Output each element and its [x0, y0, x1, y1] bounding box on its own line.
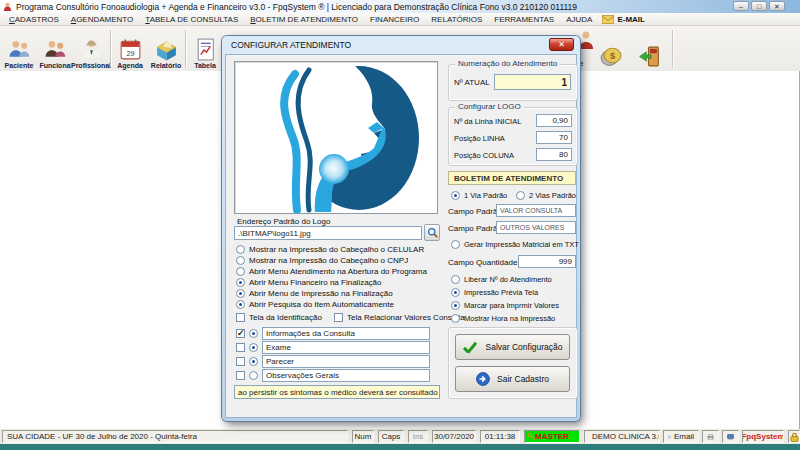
menu-financeiro[interactable]: FINANCEIRO — [364, 15, 425, 24]
logo-preview-panel — [234, 61, 438, 214]
status-computer-panel[interactable] — [722, 430, 739, 443]
status-email-panel[interactable]: Email — [663, 430, 699, 443]
option-celular[interactable]: Mostrar na Impressão do Cabeçalho o CELU… — [236, 245, 424, 254]
envelope-icon — [668, 433, 671, 441]
toolbar-button-financeiro-coin[interactable]: $ — [594, 28, 628, 69]
magnifier-icon — [427, 227, 438, 238]
svg-text:29: 29 — [126, 49, 134, 58]
toolbar-separator — [185, 30, 187, 67]
option-impressao-previa[interactable]: Impressão Prévia Tela — [451, 288, 538, 297]
status-lock-panel — [788, 430, 800, 443]
browse-logo-button[interactable] — [424, 224, 440, 241]
num-atual-field[interactable]: 1 — [494, 74, 571, 90]
menu-ferramentas[interactable]: FERRAMENTAS — [488, 15, 560, 24]
option-label: 2 Vias Padrão — [529, 191, 576, 200]
maximize-button[interactable]: □ — [751, 1, 767, 11]
sair-cadastro-button[interactable]: Sair Cadastro — [455, 366, 570, 392]
option-label: Abrir Menu Atendimento na Abertura do Pr… — [249, 267, 427, 276]
radio-icon — [236, 256, 245, 265]
svg-text:$: $ — [609, 51, 615, 61]
option-menu-impressao[interactable]: Abrir Menu de Impressão na Finalização — [236, 289, 393, 298]
posicao-linha-field[interactable]: 70 — [536, 131, 572, 144]
dialog-titlebar[interactable]: CONFIGURAR ATENDIMENTO — [222, 36, 580, 54]
option-liberar-numero[interactable]: Liberar Nº do Atendimento — [451, 275, 552, 284]
footer-note-field[interactable]: ao persistir os sintomas o médico deverá… — [234, 385, 440, 399]
toolbar-button-agenda[interactable]: 29 Agenda — [113, 28, 147, 69]
green-check-icon — [462, 341, 478, 353]
menu-agendamento[interactable]: AGENDAMENTO — [65, 15, 140, 24]
close-button[interactable]: ✕ — [769, 1, 785, 11]
section-row-informacoes[interactable]: Informações da Consulta — [236, 327, 430, 340]
numeracao-groupbox: Numeração do Atendimento Nº ATUAL 1 — [448, 64, 578, 101]
toolbar-separator — [672, 30, 674, 67]
checkbox-icon — [236, 371, 245, 380]
toolbar-button-funcionaria[interactable]: Funciona — [38, 28, 72, 69]
logo-path-input[interactable]: .\BITMAP\logo11.jpg — [234, 226, 422, 240]
option-pesquisa-item[interactable]: Abrir Pesquisa do Item Automaticamente — [236, 300, 394, 309]
menu-boletim-de-atendimento[interactable]: BOLETIM DE ATENDIMENTO — [244, 15, 364, 24]
section-text-field[interactable]: Exame — [262, 341, 430, 354]
option-label: Abrir Menu Financeiro na Finalização — [249, 278, 382, 287]
section-text-field[interactable]: Informações da Consulta — [262, 327, 430, 340]
option-matricial-txt[interactable]: Gerar Impressão Matricial em TXT — [451, 240, 579, 249]
checkbox-icon — [334, 313, 343, 322]
salvar-configuracao-button[interactable]: Salvar Configuração — [455, 334, 570, 360]
toolbar-label: Agenda — [117, 62, 143, 69]
option-label: 1 Via Padrão — [464, 191, 507, 200]
section-text-field[interactable]: Parecer — [262, 355, 430, 368]
radio-icon — [451, 191, 460, 200]
section-text-field[interactable]: Observações Gerais — [262, 369, 430, 382]
calendar-icon: 29 — [118, 37, 143, 62]
option-menu-atendimento[interactable]: Abrir Menu Atendimento na Abertura do Pr… — [236, 267, 427, 276]
radio-icon — [236, 278, 245, 287]
toolbar-button-paciente[interactable]: Paciente — [2, 28, 36, 69]
option-2-vias-padrao[interactable]: 2 Vias Padrão — [516, 191, 576, 200]
menu-email[interactable]: E-MAIL — [598, 15, 649, 24]
radio-icon — [451, 301, 460, 310]
campo-quantidade-field[interactable]: 999 — [518, 255, 576, 268]
menu-cadastros[interactable]: CADASTROS — [3, 15, 65, 24]
status-user-panel: MASTER — [524, 430, 580, 443]
toolbar-button-sair-exit[interactable] — [632, 28, 666, 69]
linha-inicial-field[interactable]: 0,90 — [536, 114, 572, 127]
linha-inicial-label: Nº da Linha INICIAL — [454, 117, 521, 126]
menu-relatorios[interactable]: RELATÓRIOS — [425, 15, 488, 24]
radio-icon — [516, 191, 525, 200]
status-user: MASTER — [535, 432, 569, 441]
option-cnpj[interactable]: Mostrar na Impressão do Cabeçalho o CNPJ — [236, 256, 408, 265]
option-1-via-padrao[interactable]: 1 Via Padrão — [451, 191, 507, 200]
coin-icon: $ — [599, 44, 624, 69]
radio-icon — [236, 289, 245, 298]
campo-padrao-label-2: Campo Padrão — [448, 224, 502, 233]
menu-tabela-de-consultas[interactable]: TABELA DE CONSULTAS — [139, 15, 244, 24]
toolbar-button-tabela[interactable]: Tabela — [188, 28, 222, 69]
toolbar-label: Tabela — [194, 62, 216, 69]
option-marcar-imprimir[interactable]: Marcar para Imprmir Valores — [451, 301, 559, 310]
option-label: Mostrar na Impressão do Cabeçalho o CNPJ — [249, 256, 408, 265]
minimize-button[interactable]: – — [733, 1, 749, 11]
radio-icon — [451, 240, 460, 249]
section-row-observacoes[interactable]: Observações Gerais — [236, 369, 430, 382]
radio-icon — [451, 314, 460, 323]
printer-icon — [707, 432, 714, 442]
posicao-coluna-field[interactable]: 80 — [536, 148, 572, 161]
option-menu-financeiro[interactable]: Abrir Menu Financeiro na Finalização — [236, 278, 382, 287]
checkbox-icon — [236, 313, 245, 322]
campo-padrao-field-1[interactable]: VALOR CONSULTA — [496, 204, 576, 217]
toolbar-button-profissional[interactable]: Profissional — [74, 28, 108, 69]
check-tela-identificacao[interactable]: Tela da Identificação — [236, 313, 322, 322]
check-tela-relacionar[interactable]: Tela Relacionar Valores Consulta — [334, 313, 465, 322]
section-row-exame[interactable]: Exame — [236, 341, 430, 354]
campo-padrao-field-2[interactable]: OUTROS VALORES — [496, 221, 576, 234]
section-row-parecer[interactable]: Parecer — [236, 355, 430, 368]
option-mostrar-hora[interactable]: Mostrar Hora na Impressão — [451, 314, 555, 323]
option-label: Marcar para Imprmir Valores — [464, 301, 559, 310]
menu-ajuda[interactable]: AJUDA — [560, 15, 598, 24]
dialog-close-button[interactable]: ✕ — [549, 38, 574, 51]
toolbar-label: Funciona — [39, 62, 70, 69]
option-label: Impressão Prévia Tela — [464, 288, 538, 297]
status-brand: FpqSystem — [742, 430, 784, 443]
toolbar-label: Relatório — [151, 62, 181, 69]
status-printer-panel[interactable] — [702, 430, 719, 443]
toolbar-button-relatorio[interactable]: Relatório — [149, 28, 183, 69]
